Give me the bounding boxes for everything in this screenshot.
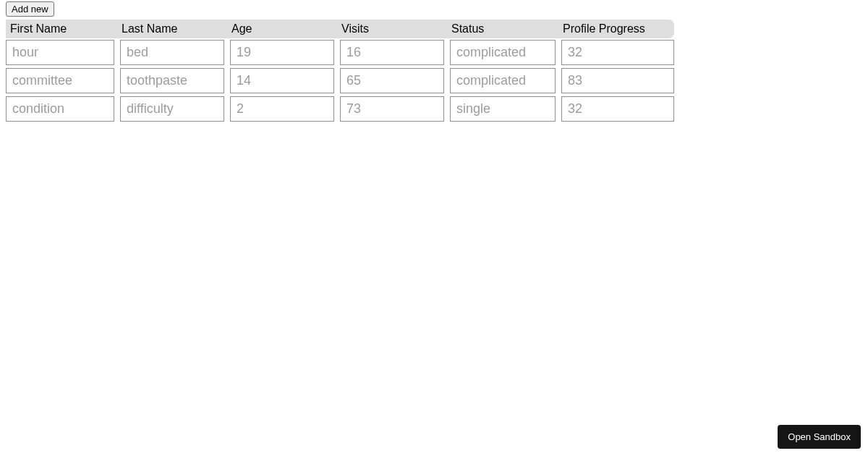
progress-input[interactable] bbox=[561, 68, 674, 93]
first-name-input[interactable] bbox=[6, 68, 114, 93]
visits-input[interactable] bbox=[340, 40, 444, 65]
progress-input[interactable] bbox=[561, 96, 674, 122]
table-row bbox=[6, 38, 674, 67]
last-name-input[interactable] bbox=[120, 96, 224, 122]
table-header-row: First Name Last Name Age Visits Status P… bbox=[6, 20, 674, 38]
visits-input[interactable] bbox=[340, 68, 444, 93]
status-input[interactable] bbox=[450, 68, 556, 93]
col-status: Status bbox=[447, 20, 558, 38]
table-row bbox=[6, 67, 674, 95]
status-input[interactable] bbox=[450, 96, 556, 122]
last-name-input[interactable] bbox=[120, 40, 224, 65]
age-input[interactable] bbox=[230, 68, 334, 93]
table-row bbox=[6, 95, 674, 123]
data-table: First Name Last Name Age Visits Status P… bbox=[6, 20, 674, 123]
add-new-button[interactable]: Add new bbox=[6, 1, 54, 17]
last-name-input[interactable] bbox=[120, 68, 224, 93]
age-input[interactable] bbox=[230, 40, 334, 65]
first-name-input[interactable] bbox=[6, 96, 114, 122]
col-progress: Profile Progress bbox=[558, 20, 674, 38]
status-input[interactable] bbox=[450, 40, 556, 65]
col-first-name: First Name bbox=[6, 20, 117, 38]
age-input[interactable] bbox=[230, 96, 334, 122]
visits-input[interactable] bbox=[340, 96, 444, 122]
col-visits: Visits bbox=[337, 20, 447, 38]
first-name-input[interactable] bbox=[6, 40, 114, 65]
col-last-name: Last Name bbox=[117, 20, 227, 38]
progress-input[interactable] bbox=[561, 40, 674, 65]
col-age: Age bbox=[227, 20, 337, 38]
